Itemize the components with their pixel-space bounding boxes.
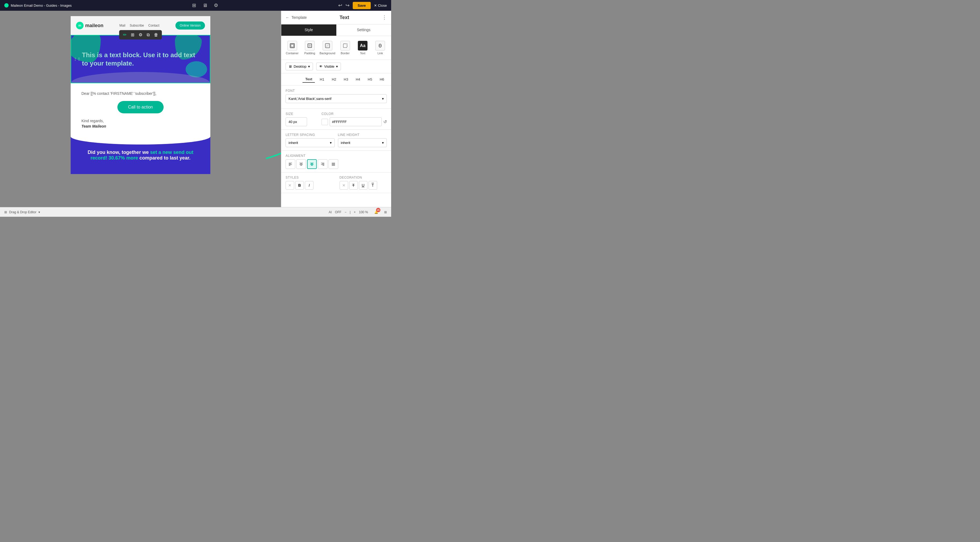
email-wrapper: m maileon Mail Subscribe Contact Online … [71,16,210,174]
color-picker-button[interactable]: ↺ [383,119,387,124]
visibility-select[interactable]: 👁 Visible ▾ [316,63,341,70]
background-label: Background [320,52,336,55]
right-panel: ← Template Text ⋮ Style Settings Contain… [281,11,391,207]
banner2-text-end: compared to last year. [138,155,191,161]
text-style-text[interactable]: Text [302,76,315,83]
deco-col: Decoration ✕ T U T [340,176,387,190]
letter-spacing-select[interactable]: inherit ▾ [286,138,335,147]
second-banner-text: Did you know, together we set a new send… [81,149,200,161]
line-height-col: Line Height inherit ▾ [338,133,387,147]
zoom-bar: | [350,210,351,214]
redo-icon[interactable]: ↪ [345,2,350,8]
line-height-label: Line Height [338,133,387,137]
font-value: Kanit,'Arial Black',sans-serif [288,97,331,101]
cta-wrapper: Call to action [81,101,200,113]
panel-icon-link[interactable]: Link [372,39,389,56]
nav-subscribe[interactable]: Subscribe [130,24,144,27]
text-style-h5[interactable]: H5 [365,76,375,83]
styles-clear-button[interactable]: ✕ [286,181,294,190]
panel-icon-background[interactable]: Background [318,39,337,56]
tab-style[interactable]: Style [281,24,336,36]
layout-icon[interactable]: ⊞ [130,32,135,38]
topbar-right: ↩ ↪ Save ✕ Close [338,2,387,9]
regards-text: Kind regards, [81,119,200,123]
delete-icon[interactable]: 🗑 [153,32,159,38]
zoom-in-icon[interactable]: + [354,210,356,214]
zoom-out-icon[interactable]: − [345,210,347,214]
panel-breadcrumb[interactable]: ← Template [286,15,307,20]
settings-icon[interactable]: ⚙ [214,2,218,8]
align-justify-button[interactable] [329,159,338,169]
panel-icon-text[interactable]: Aa Text [354,39,371,56]
align-center-active-button[interactable] [307,159,317,169]
banner2-text-normal: Did you know, together we [88,149,150,155]
nav-mail[interactable]: Mail [119,24,126,27]
drag-handle-icon[interactable]: ⋮⋮ [73,57,81,61]
monitor-icon[interactable]: 🖥 [202,3,207,8]
panel-icon-padding[interactable]: Padding [301,39,318,56]
deco-clear-button[interactable]: ✕ [340,181,348,190]
size-input[interactable] [286,118,307,126]
edit-icon[interactable]: ✏ [122,32,127,38]
cta-button[interactable]: Call to action [118,101,164,113]
line-height-select[interactable]: inherit ▾ [338,138,387,147]
letter-spacing-col: Letter spacing inherit ▾ [286,133,335,147]
styles-bold-button[interactable]: B [295,181,304,190]
panel-icon-border[interactable]: Border [336,39,354,56]
panel-tabs: Style Settings [281,24,391,36]
drag-drop-icon: ⊞ [4,210,7,214]
ai-status[interactable]: OFF [335,210,342,214]
text-style-h6[interactable]: H6 [377,76,387,83]
bottombar-left: ⊞ Drag & Drop Editor ▾ [4,210,40,214]
drag-drop-label[interactable]: Drag & Drop Editor [9,210,36,214]
panel-more-icon[interactable]: ⋮ [382,14,387,21]
online-version-button[interactable]: Online Version [175,21,205,30]
style-btn-row: ✕ B I [286,181,333,190]
color-input[interactable] [329,118,382,126]
align-right-button[interactable] [318,159,328,169]
hero-block[interactable]: ⋮⋮ This is a text block. Use it to add t… [71,35,210,83]
hero-text: This is a text block. Use it to add text… [82,51,199,67]
spacing-section: Letter spacing inherit ▾ Line Height inh… [281,130,391,151]
deco-strikethrough-button[interactable]: T [349,181,358,190]
text-style-h4[interactable]: H4 [353,76,363,83]
eye-icon: 👁 [319,64,323,68]
undo-icon[interactable]: ↩ [338,2,342,8]
tab-settings[interactable]: Settings [336,24,391,36]
line-height-value: inherit [341,141,350,145]
deco-overline-button[interactable]: T [369,181,377,190]
close-button[interactable]: ✕ Close [374,3,387,8]
text-style-row: Text H1 H2 H3 H4 H5 H6 [281,73,391,86]
notification-badge[interactable]: 🔔 25 [371,207,381,217]
panel-icons-row: Container Padding Background Border [281,36,391,60]
font-chevron-icon: ▾ [382,97,384,101]
align-left-button[interactable] [286,159,295,169]
link-label: Link [377,52,383,55]
panel-icon-container[interactable]: Container [283,39,301,56]
greeting-text: Dear [[% contact 'FIRSTNAME' 'subscriber… [81,91,200,95]
styles-italic-button[interactable]: I [305,181,313,190]
desktop-select[interactable]: 🖥 Desktop ▾ [286,63,313,70]
size-col: Size [286,112,318,126]
visible-chevron-icon: ▾ [336,64,338,68]
size-label: Size [286,112,318,116]
chevron-down-icon[interactable]: ▾ [38,210,40,214]
save-button[interactable]: Save [353,2,371,9]
duplicate-icon[interactable]: ⧉ [146,32,151,38]
align-center-button[interactable] [296,159,306,169]
color-swatch[interactable] [321,119,328,125]
text-style-h1[interactable]: H1 [317,76,327,83]
nav-contact[interactable]: Contact [148,24,159,27]
letter-spacing-chevron: ▾ [330,141,332,145]
text-style-h2[interactable]: H2 [329,76,339,83]
alignment-label: Alignment [286,154,387,158]
grid-dots-icon[interactable]: ⊞ [384,210,387,214]
grid-icon[interactable]: ⊞ [192,2,196,8]
deco-underline-button[interactable]: U [359,181,368,190]
font-select[interactable]: Kanit,'Arial Black',sans-serif ▾ [286,94,387,103]
visibility-row: 🖥 Desktop ▾ 👁 Visible ▾ [281,60,391,73]
block-settings-icon[interactable]: ⚙ [138,32,143,38]
font-label: Font [286,89,387,93]
second-banner[interactable]: Did you know, together we set a new send… [71,137,210,174]
text-style-h3[interactable]: H3 [341,76,351,83]
